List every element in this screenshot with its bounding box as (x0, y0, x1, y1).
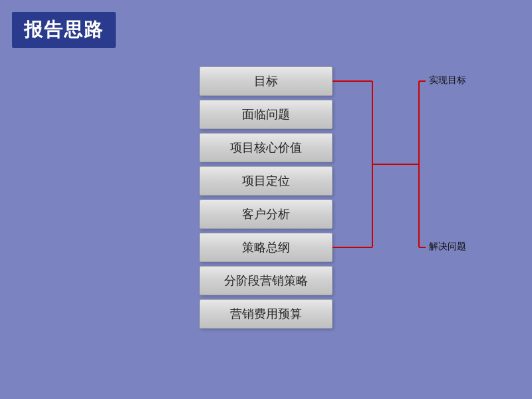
item-box-6: 分阶段营销策略 (200, 266, 332, 295)
main-content: 目标面临问题项目核心价值项目定位客户分析策略总纲分阶段营销策略营销费用预算 实现… (0, 60, 532, 399)
title-box: 报告思路 (12, 12, 116, 48)
boxes-column: 目标面临问题项目核心价值项目定位客户分析策略总纲分阶段营销策略营销费用预算 (200, 66, 332, 329)
item-box-4: 客户分析 (200, 200, 332, 229)
label-solve: 解决问题 (429, 241, 466, 253)
item-box-1: 面临问题 (200, 100, 332, 129)
page-title: 报告思路 (24, 19, 104, 40)
bracket-diagram (332, 66, 466, 386)
item-box-7: 营销费用预算 (200, 299, 332, 329)
label-realize: 实现目标 (429, 74, 466, 86)
item-box-2: 项目核心价值 (200, 133, 332, 162)
item-box-3: 项目定位 (200, 166, 332, 196)
item-box-0: 目标 (200, 66, 332, 96)
item-box-5: 策略总纲 (200, 233, 332, 262)
